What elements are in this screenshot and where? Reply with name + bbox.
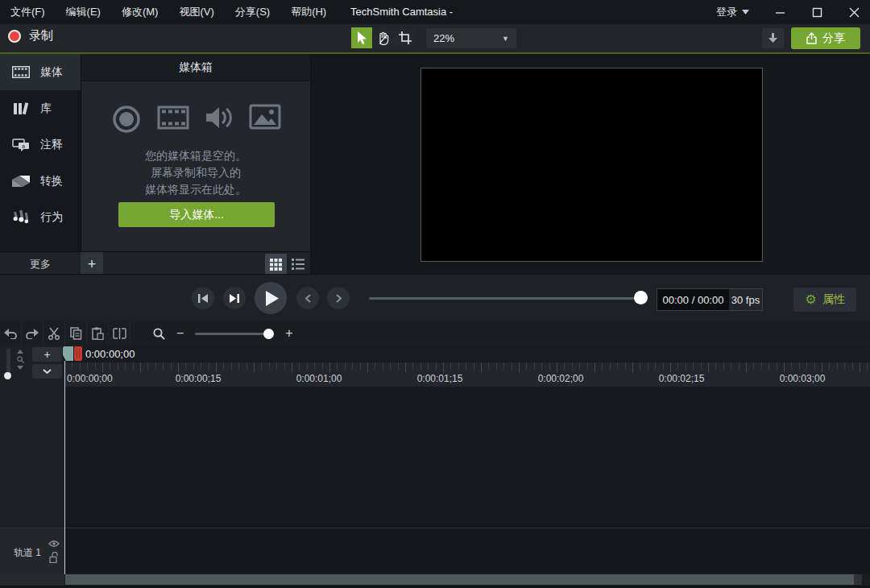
preview-canvas[interactable]	[420, 68, 763, 262]
sidebar-label-annotations: 注释	[40, 138, 63, 152]
plus-icon: +	[88, 256, 97, 273]
add-media-button[interactable]: +	[81, 252, 103, 277]
chevron-down-icon: ▼	[502, 35, 509, 43]
list-view-button[interactable]	[287, 254, 309, 275]
time-display-group: 00:00 / 00:00 30 fps	[657, 288, 763, 311]
filmstrip-icon	[11, 66, 31, 78]
maximize-button[interactable]	[810, 6, 823, 19]
sidebar-item-media[interactable]: 媒体	[0, 54, 81, 90]
paste-button[interactable]	[87, 321, 109, 346]
crop-icon	[399, 31, 412, 44]
audio-icon	[205, 104, 234, 131]
properties-button[interactable]: ⚙ 属性	[793, 288, 856, 312]
playhead-time: 0:00:00;00	[85, 348, 135, 360]
menu-edit[interactable]: 编辑(E)	[66, 5, 101, 19]
playback-bar: 00:00 / 00:00 30 fps ⚙ 属性	[0, 274, 870, 321]
menu-help[interactable]: 帮助(H)	[291, 5, 326, 19]
playhead-out-handle[interactable]	[74, 346, 82, 361]
menu-file[interactable]: 文件(F)	[10, 5, 45, 19]
menu-share[interactable]: 分享(S)	[235, 5, 270, 19]
record-icon	[8, 30, 21, 43]
grid-view-icon	[270, 259, 282, 271]
time-display[interactable]: 00:00 / 00:00	[657, 289, 729, 310]
sidebar-item-annotations[interactable]: a 注释	[0, 126, 81, 163]
zoom-in-button[interactable]: +	[285, 326, 292, 341]
playhead-row[interactable]	[64, 346, 870, 362]
track-options-button[interactable]	[32, 364, 62, 379]
track-height-thumb[interactable]	[4, 372, 11, 379]
preview-area	[311, 54, 870, 274]
books-icon	[11, 102, 31, 115]
close-button[interactable]	[847, 6, 860, 19]
pan-tool-button[interactable]	[373, 27, 394, 48]
track-visibility-toggle[interactable]	[48, 540, 60, 548]
seek-slider-thumb[interactable]	[634, 291, 648, 304]
split-button[interactable]	[109, 321, 130, 346]
undo-button[interactable]	[0, 321, 22, 346]
scissors-icon	[48, 327, 60, 340]
cursor-icon	[356, 31, 368, 45]
track1-lane[interactable]	[64, 528, 870, 574]
arrow-down-icon[interactable]	[17, 366, 23, 370]
seek-slider[interactable]	[369, 297, 646, 300]
play-button[interactable]	[255, 282, 287, 314]
track1-header[interactable]: 轨道 1	[0, 528, 64, 574]
grid-view-button[interactable]	[265, 254, 287, 275]
image-icon	[249, 104, 281, 130]
timeline-ruler[interactable]: 0:00:00;00 0:00:00;15 0:00:01;00 0:00:01…	[64, 362, 870, 387]
ruler-label: 0:00:01;00	[296, 373, 342, 384]
timeline-zoom-thumb[interactable]	[263, 329, 274, 339]
next-frame-button[interactable]	[223, 287, 246, 309]
sidebar-item-transitions[interactable]: 转换	[0, 163, 81, 199]
media-bin-title: 媒体箱	[81, 54, 310, 81]
sidebar-more-button[interactable]: 更多	[0, 257, 81, 271]
redo-button[interactable]	[22, 321, 44, 346]
download-icon	[768, 33, 777, 43]
next-clip-button[interactable]	[327, 287, 350, 309]
canvas-zoom-value: 22%	[433, 32, 454, 44]
crop-tool-button[interactable]	[395, 27, 416, 48]
add-track-button[interactable]: +	[32, 347, 62, 362]
arrow-up-icon[interactable]	[17, 350, 23, 354]
record-button[interactable]: 录制	[8, 28, 53, 43]
undo-icon	[4, 329, 17, 339]
gear-icon: ⚙	[805, 293, 816, 306]
menu-view[interactable]: 视图(V)	[179, 5, 213, 19]
sidebar-item-library[interactable]: 库	[0, 90, 81, 126]
menu-modify[interactable]: 修改(M)	[122, 5, 159, 19]
sidebar-label-transitions: 转换	[40, 174, 63, 188]
step-back-icon	[198, 294, 208, 303]
playhead[interactable]	[63, 346, 82, 361]
scrollbar-end	[854, 574, 862, 585]
copy-button[interactable]	[65, 321, 87, 346]
chevron-down-icon	[742, 10, 749, 14]
timeline-zoom-icon[interactable]	[153, 328, 165, 340]
record-circle-icon	[111, 104, 142, 135]
canvas-zoom-dropdown[interactable]: 22% ▼	[426, 28, 516, 48]
scrollbar-thumb[interactable]	[65, 574, 854, 585]
export-download-button[interactable]	[762, 28, 784, 48]
timeline-zoom-slider[interactable]	[195, 333, 274, 335]
share-button[interactable]: 分享	[791, 27, 860, 49]
select-tool-button[interactable]	[351, 27, 372, 48]
playhead-in-handle[interactable]	[63, 346, 73, 361]
cut-button[interactable]	[44, 321, 65, 346]
login-menu[interactable]: 登录	[716, 5, 749, 19]
zoom-out-button[interactable]: −	[176, 326, 184, 341]
playhead-stem[interactable]	[64, 361, 65, 574]
minimize-button[interactable]	[773, 6, 786, 19]
step-forward-icon	[230, 294, 239, 303]
import-media-button[interactable]: 导入媒体...	[118, 202, 275, 227]
sidebar-item-behaviors[interactable]: 行为	[0, 199, 81, 235]
timeline-empty-area[interactable]	[64, 387, 870, 528]
chevron-right-icon	[336, 294, 342, 303]
fps-display[interactable]: 30 fps	[729, 289, 762, 310]
previous-clip-button[interactable]	[296, 287, 319, 309]
chevron-left-icon	[305, 294, 311, 303]
previous-frame-button[interactable]	[192, 287, 214, 309]
panel-bottom-bar: 更多 +	[0, 251, 310, 276]
share-label: 分享	[822, 31, 845, 46]
svg-text:a: a	[22, 143, 25, 148]
sidebar-label-library: 库	[40, 101, 52, 116]
track-lock-toggle[interactable]	[49, 552, 58, 563]
